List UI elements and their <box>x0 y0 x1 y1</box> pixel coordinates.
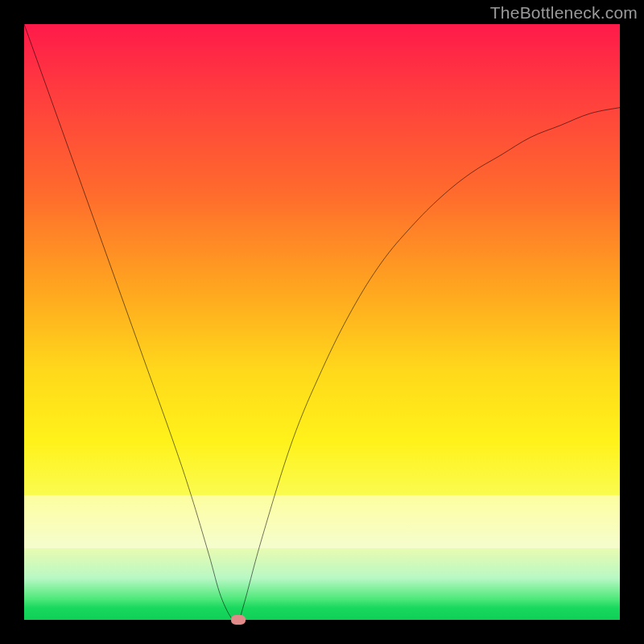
plot-area <box>24 24 620 620</box>
bottleneck-curve <box>24 24 620 620</box>
watermark-text: TheBottleneck.com <box>490 3 638 23</box>
chart-stage: TheBottleneck.com <box>0 0 644 644</box>
optimal-point-marker <box>231 615 246 625</box>
